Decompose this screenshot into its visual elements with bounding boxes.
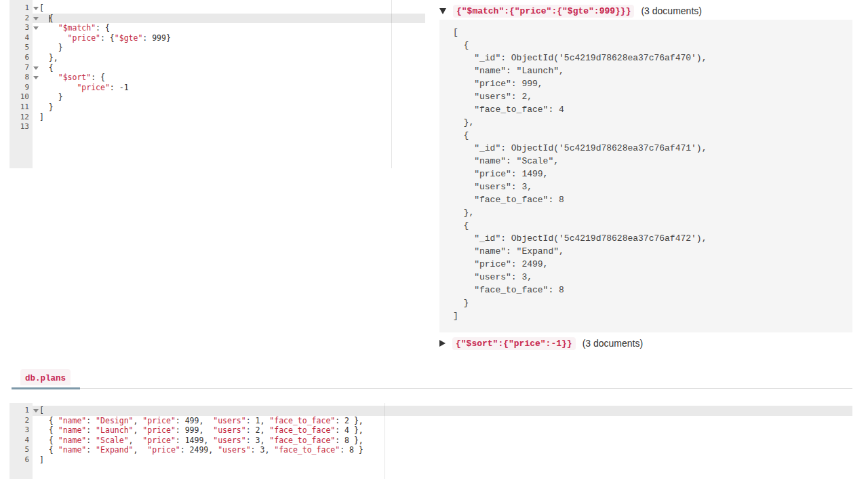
- editor-line[interactable]: 13: [9, 122, 425, 132]
- line-number: 1: [9, 406, 33, 416]
- line-number: 5: [9, 43, 33, 53]
- fold-gutter-spacer: [33, 53, 39, 63]
- code-text: ]: [39, 455, 852, 465]
- fold-gutter-spacer: [33, 416, 39, 426]
- editor-line[interactable]: 5 { "name": "Expand", "price": 2499, "us…: [9, 445, 852, 455]
- fold-arrow-icon[interactable]: [33, 14, 39, 24]
- editor-line[interactable]: 3 { "name": "Launch", "price": 999, "use…: [9, 425, 852, 436]
- fold-gutter-spacer: [33, 122, 39, 132]
- line-number: 2: [9, 14, 33, 24]
- line-number: 6: [9, 455, 33, 465]
- line-number: 9: [9, 83, 33, 93]
- line-number: 1: [9, 3, 33, 14]
- stage-match-query-chip[interactable]: {"$match":{"price":{"$gte":999}}}: [453, 5, 634, 18]
- fold-gutter-spacer: [33, 436, 39, 446]
- code-text: { "name": "Design", "price": 499, "users…: [39, 416, 852, 426]
- stage-sort-query-chip[interactable]: {"$sort":{"price":-1}}: [452, 337, 576, 350]
- tab-divider: [12, 388, 852, 389]
- editor-line[interactable]: 2 {: [9, 14, 425, 24]
- editor-line[interactable]: 9 "price": -1: [9, 83, 425, 93]
- fold-arrow-icon[interactable]: [33, 406, 39, 416]
- line-number: 4: [9, 436, 33, 446]
- code-text: "$match": {: [39, 23, 425, 33]
- line-number: 5: [9, 445, 33, 455]
- triangle-right-icon[interactable]: [439, 340, 446, 347]
- line-number: 13: [9, 122, 33, 132]
- code-text: {: [39, 14, 425, 24]
- line-number: 10: [9, 92, 33, 102]
- code-text: "$sort": {: [39, 73, 425, 83]
- code-text: [39, 122, 425, 132]
- code-text: { "name": "Launch", "price": 999, "users…: [39, 425, 852, 436]
- stage-match-result-json: [ { "_id": ObjectId('5c4219d78628ea37c76…: [439, 20, 852, 332]
- fold-arrow-icon[interactable]: [33, 73, 39, 83]
- stage-sort-doc-count: (3 documents): [583, 338, 643, 349]
- line-number: 8: [9, 73, 33, 83]
- fold-gutter-spacer: [33, 33, 39, 43]
- fold-gutter-spacer: [33, 102, 39, 113]
- line-number: 2: [9, 416, 33, 426]
- editor-line[interactable]: 1[: [9, 3, 425, 14]
- fold-gutter-spacer: [33, 455, 39, 465]
- fold-gutter-spacer: [33, 425, 39, 436]
- line-number: 4: [9, 33, 33, 43]
- line-number: 3: [9, 23, 33, 33]
- editor-line[interactable]: 2 { "name": "Design", "price": 499, "use…: [9, 416, 852, 426]
- code-text: {: [39, 63, 425, 73]
- editor-line[interactable]: 6]: [9, 455, 852, 465]
- fold-gutter-spacer: [33, 83, 39, 93]
- line-number: 12: [9, 113, 33, 123]
- tab-db-plans-label: db.plans: [25, 374, 66, 383]
- fold-arrow-icon[interactable]: [33, 3, 39, 14]
- line-number: 3: [9, 425, 33, 436]
- line-number: 11: [9, 102, 33, 113]
- code-text: { "name": "Scale", "price": 1499, "users…: [39, 436, 852, 446]
- code-text: { "name": "Expand", "price": 2499, "user…: [39, 445, 852, 455]
- tab-db-plans[interactable]: db.plans: [20, 369, 71, 385]
- line-number: 6: [9, 53, 33, 63]
- mongo-playground-app: 1[2 {3 "$match": {4 "price": {"$gte": 99…: [0, 0, 868, 479]
- line-number: 7: [9, 63, 33, 73]
- aggregation-query-editor[interactable]: 1[2 {3 "$match": {4 "price": {"$gte": 99…: [9, 0, 425, 168]
- editor-line[interactable]: 10 }: [9, 92, 425, 102]
- fold-gutter-spacer: [33, 43, 39, 53]
- code-text: [: [39, 3, 425, 14]
- editor-line[interactable]: 4 { "name": "Scale", "price": 1499, "use…: [9, 436, 852, 446]
- editor-line[interactable]: 7 {: [9, 63, 425, 73]
- fold-arrow-icon[interactable]: [33, 63, 39, 73]
- stage-match-doc-count: (3 documents): [641, 5, 701, 16]
- editor-line[interactable]: 12]: [9, 113, 425, 123]
- stage-match-header[interactable]: {"$match":{"price":{"$gte":999}}} (3 doc…: [439, 3, 702, 18]
- code-text: [: [39, 406, 852, 416]
- editor-line[interactable]: 11 }: [9, 102, 425, 113]
- editor-line[interactable]: 8 "$sort": {: [9, 73, 425, 83]
- code-text: "price": -1: [39, 83, 425, 93]
- editor-line[interactable]: 4 "price": {"$gte": 999}: [9, 33, 425, 43]
- fold-gutter-spacer: [33, 113, 39, 123]
- fold-gutter-spacer: [33, 445, 39, 455]
- fold-gutter-spacer: [33, 92, 39, 102]
- code-text: ]: [39, 113, 425, 123]
- code-text: }: [39, 43, 425, 53]
- editor-line[interactable]: 5 }: [9, 43, 425, 53]
- code-text: },: [39, 53, 425, 63]
- editor-line[interactable]: 6 },: [9, 53, 425, 63]
- stage-sort-header[interactable]: {"$sort":{"price":-1}} (3 documents): [439, 336, 643, 351]
- editor-line[interactable]: 3 "$match": {: [9, 23, 425, 33]
- fold-arrow-icon[interactable]: [33, 23, 39, 33]
- code-text: "price": {"$gte": 999}: [39, 33, 425, 43]
- active-tab-underline: [12, 387, 80, 389]
- triangle-down-icon[interactable]: [439, 8, 446, 14]
- collection-data-editor[interactable]: 1[2 { "name": "Design", "price": 499, "u…: [9, 403, 852, 479]
- editor-line[interactable]: 1[: [9, 406, 852, 416]
- code-text: }: [39, 92, 425, 102]
- code-text: }: [39, 102, 425, 113]
